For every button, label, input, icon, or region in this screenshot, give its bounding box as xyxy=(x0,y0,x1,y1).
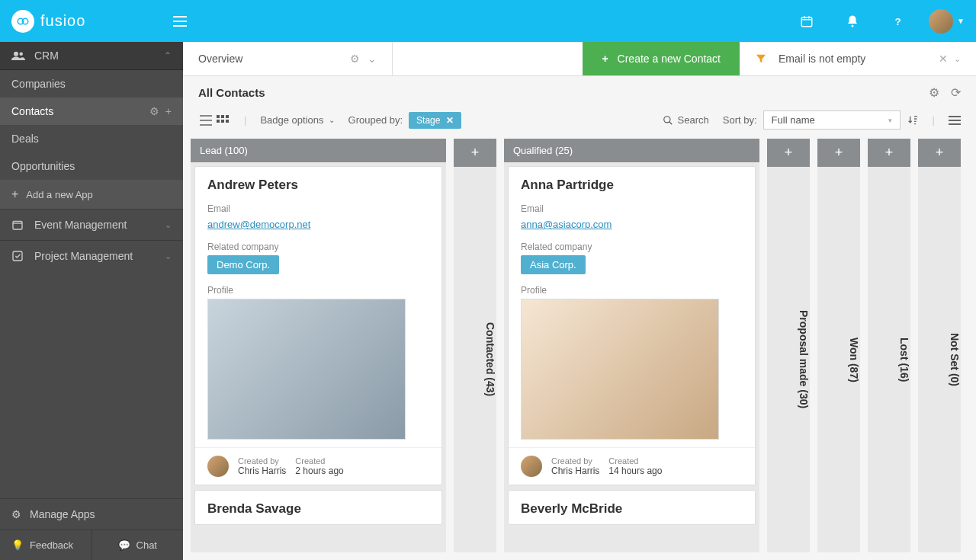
bell-icon[interactable] xyxy=(845,14,860,29)
manage-apps-button[interactable]: ⚙ Manage Apps xyxy=(0,499,183,530)
feedback-button[interactable]: 💡 Feedback xyxy=(0,530,92,560)
column-add-button[interactable]: + xyxy=(454,139,496,167)
svg-rect-15 xyxy=(217,120,220,123)
sort-direction-icon[interactable] xyxy=(907,114,919,126)
svg-rect-10 xyxy=(200,120,212,121)
sidebar-item-contacts[interactable]: Contacts ⚙ + xyxy=(0,98,183,125)
svg-rect-21 xyxy=(949,123,961,125)
sidebar-item-project-management[interactable]: Project Management ⌄ xyxy=(0,240,183,271)
contact-email-link[interactable]: andrew@democorp.net xyxy=(207,219,310,230)
user-menu-caret-icon[interactable]: ▼ xyxy=(957,17,965,25)
svg-rect-13 xyxy=(221,115,224,118)
field-label: Email xyxy=(521,203,743,214)
column-proposal-made: + Proposal made (30) xyxy=(767,139,810,552)
field-label: Created by xyxy=(551,456,599,466)
group-icon xyxy=(11,50,25,61)
chevron-down-icon: ▾ xyxy=(888,117,892,124)
gear-icon[interactable]: ⚙ xyxy=(149,105,159,117)
column-not-set: + Not Set (0) xyxy=(918,139,961,552)
contact-name: Beverly McBride xyxy=(509,491,755,524)
chat-button[interactable]: 💬 Chat xyxy=(92,530,184,560)
filter-bar[interactable]: Email is not empty ✕ ⌄ xyxy=(740,42,976,75)
search-button[interactable]: Search xyxy=(663,114,709,126)
sidebar-item-label: Contacts xyxy=(11,105,149,117)
menu-icon[interactable] xyxy=(949,115,961,126)
chevron-down-icon[interactable]: ⌄ xyxy=(954,54,961,64)
gear-icon[interactable]: ⚙ xyxy=(929,85,939,100)
field-label: Email xyxy=(207,203,429,214)
contact-card[interactable]: Andrew Peters Email andrew@democorp.net … xyxy=(194,166,442,485)
chevron-down-icon[interactable]: ⌄ xyxy=(368,53,377,65)
column-add-button[interactable]: + xyxy=(918,139,961,167)
refresh-icon[interactable]: ⟳ xyxy=(951,85,961,100)
column-title[interactable]: Lost (16) xyxy=(868,167,910,552)
calendar-icon[interactable] xyxy=(799,14,814,29)
page-title: All Contacts xyxy=(198,86,929,99)
svg-rect-17 xyxy=(226,120,229,123)
chevron-up-icon: ⌃ xyxy=(164,50,172,61)
grid-view-icon[interactable] xyxy=(215,113,230,128)
column-title[interactable]: Contacted (43) xyxy=(454,167,496,552)
logo[interactable] xyxy=(11,10,34,33)
svg-rect-12 xyxy=(217,115,220,118)
created-time: 2 hours ago xyxy=(295,466,343,476)
sort-value: Full name xyxy=(772,114,888,126)
hamburger-icon[interactable] xyxy=(173,16,187,27)
chat-label: Chat xyxy=(136,539,157,551)
user-avatar[interactable] xyxy=(929,9,953,34)
search-label: Search xyxy=(678,114,709,126)
column-title[interactable]: Not Set (0) xyxy=(918,167,961,552)
svg-point-3 xyxy=(852,24,854,27)
column-title[interactable]: Won (87) xyxy=(817,167,860,552)
sidebar-item-opportunities[interactable]: Opportunities xyxy=(0,152,183,180)
badge-options-dropdown[interactable]: Badge options ⌄ xyxy=(260,114,334,126)
sidebar-item-label: Opportunities xyxy=(11,160,172,172)
creator-avatar xyxy=(207,456,229,477)
sidebar-item-companies[interactable]: Companies xyxy=(0,70,183,98)
help-icon[interactable]: ? xyxy=(891,14,906,29)
sidebar-item-deals[interactable]: Deals xyxy=(0,125,183,152)
company-chip[interactable]: Demo Corp. xyxy=(207,255,279,274)
column-header[interactable]: Qualified (25) xyxy=(504,139,759,162)
contact-card[interactable]: Anna Partridge Email anna@asiacorp.com R… xyxy=(508,166,756,485)
column-lost: + Lost (16) xyxy=(868,139,910,552)
close-icon[interactable]: ✕ xyxy=(939,53,948,65)
sidebar: CRM ⌃ Companies Contacts ⚙ + Deals Oppor… xyxy=(0,42,183,560)
field-label: Created xyxy=(295,456,343,466)
sidebar-group-crm[interactable]: CRM ⌃ xyxy=(0,42,183,70)
group-chip[interactable]: Stage ✕ xyxy=(409,112,461,129)
chevron-down-icon: ⌄ xyxy=(329,116,335,124)
gear-icon: ⚙ xyxy=(11,508,24,520)
contact-card[interactable]: Brenda Savage xyxy=(194,490,442,525)
sidebar-item-label: Deals xyxy=(11,133,172,145)
contact-name: Anna Partridge xyxy=(509,167,755,200)
svg-rect-19 xyxy=(949,116,961,117)
plus-icon[interactable]: + xyxy=(165,105,172,117)
column-header[interactable]: Lead (100) xyxy=(191,139,446,162)
company-chip[interactable]: Asia Corp. xyxy=(521,255,586,274)
close-icon[interactable]: ✕ xyxy=(446,115,454,126)
create-contact-button[interactable]: + Create a new Contact xyxy=(583,42,740,75)
topbar: fusioo ? ▼ xyxy=(0,0,976,42)
manage-apps-label: Manage Apps xyxy=(30,508,95,520)
contact-email-link[interactable]: anna@asiacorp.com xyxy=(521,219,612,230)
svg-point-6 xyxy=(20,53,24,56)
filter-text: Email is not empty xyxy=(779,53,939,65)
add-app-button[interactable]: + Add a new App xyxy=(0,180,183,209)
sidebar-item-event-management[interactable]: Event Management ⌄ xyxy=(0,209,183,240)
field-label: Created xyxy=(608,456,662,466)
svg-rect-14 xyxy=(226,115,229,118)
gear-icon[interactable]: ⚙ xyxy=(350,53,360,65)
column-lead: Lead (100) Andrew Peters Email andrew@de… xyxy=(191,139,446,552)
sort-select[interactable]: Full name ▾ xyxy=(763,110,901,130)
column-add-button[interactable]: + xyxy=(767,139,810,167)
list-view-icon[interactable] xyxy=(198,113,214,128)
overview-tab[interactable]: Overview ⚙ ⌄ xyxy=(183,42,393,75)
field-label: Related company xyxy=(207,242,429,252)
contact-card[interactable]: Beverly McBride xyxy=(508,490,756,525)
toolbar: | Badge options ⌄ Grouped by: Stage ✕ Se… xyxy=(183,106,976,139)
column-title[interactable]: Proposal made (30) xyxy=(767,167,810,552)
column-add-button[interactable]: + xyxy=(817,139,860,167)
column-add-button[interactable]: + xyxy=(868,139,910,167)
field-label: Related company xyxy=(521,242,743,252)
